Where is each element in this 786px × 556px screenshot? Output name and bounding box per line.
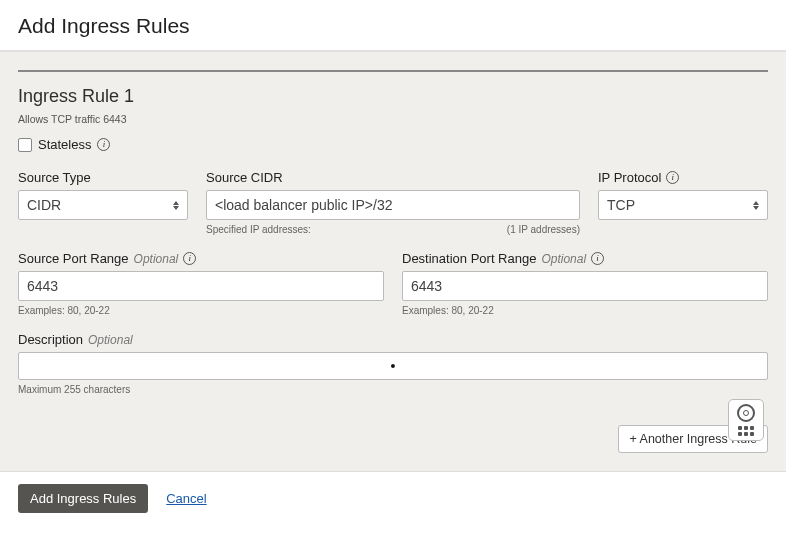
source-cidr-hint-right: (1 IP addresses) bbox=[507, 224, 580, 235]
source-cidr-value: <load balancer public IP>/32 bbox=[215, 197, 392, 213]
dialog-footer: Add Ingress Rules Cancel bbox=[0, 471, 786, 525]
description-hint: Maximum 255 characters bbox=[18, 384, 768, 395]
rule-title: Ingress Rule 1 bbox=[18, 86, 768, 107]
chevron-updown-icon bbox=[173, 201, 179, 210]
source-cidr-input[interactable]: <load balancer public IP>/32 bbox=[206, 190, 580, 220]
source-port-hint: Examples: 80, 20-22 bbox=[18, 305, 384, 316]
stateless-label: Stateless bbox=[38, 137, 91, 152]
cancel-link[interactable]: Cancel bbox=[166, 491, 206, 506]
ip-protocol-field: IP Protocol i TCP bbox=[598, 170, 768, 235]
dest-port-field: Destination Port Range Optional i 6443 E… bbox=[402, 251, 768, 316]
help-icon[interactable] bbox=[737, 404, 755, 422]
source-cidr-hint-left: Specified IP addresses: bbox=[206, 224, 311, 235]
source-type-field: Source Type CIDR bbox=[18, 170, 188, 235]
stateless-checkbox[interactable] bbox=[18, 138, 32, 152]
info-icon[interactable]: i bbox=[97, 138, 110, 151]
source-port-field: Source Port Range Optional i 6443 Exampl… bbox=[18, 251, 384, 316]
description-input[interactable] bbox=[18, 352, 768, 380]
info-icon[interactable]: i bbox=[666, 171, 679, 184]
stateless-row: Stateless i bbox=[18, 137, 768, 152]
dest-port-value: 6443 bbox=[411, 278, 442, 294]
ip-protocol-label: IP Protocol i bbox=[598, 170, 768, 185]
dest-port-input[interactable]: 6443 bbox=[402, 271, 768, 301]
chevron-updown-icon bbox=[753, 201, 759, 210]
info-icon[interactable]: i bbox=[183, 252, 196, 265]
help-floating-panel[interactable] bbox=[728, 399, 764, 441]
dialog-header: Add Ingress Rules bbox=[0, 0, 786, 52]
source-cidr-label: Source CIDR bbox=[206, 170, 580, 185]
source-type-label: Source Type bbox=[18, 170, 188, 185]
source-cidr-field: Source CIDR <load balancer public IP>/32… bbox=[206, 170, 580, 235]
dest-port-label: Destination Port Range Optional i bbox=[402, 251, 768, 266]
description-label: Description Optional bbox=[18, 332, 768, 347]
ingress-rule-panel: Ingress Rule 1 Allows TCP traffic 6443 S… bbox=[18, 70, 768, 453]
source-port-value: 6443 bbox=[27, 278, 58, 294]
dest-port-hint: Examples: 80, 20-22 bbox=[402, 305, 768, 316]
source-port-label: Source Port Range Optional i bbox=[18, 251, 384, 266]
ip-protocol-select[interactable]: TCP bbox=[598, 190, 768, 220]
rule-subtitle: Allows TCP traffic 6443 bbox=[18, 113, 768, 125]
content-area: Ingress Rule 1 Allows TCP traffic 6443 S… bbox=[0, 52, 786, 471]
source-type-value: CIDR bbox=[27, 197, 61, 213]
submit-button[interactable]: Add Ingress Rules bbox=[18, 484, 148, 513]
page-title: Add Ingress Rules bbox=[18, 14, 768, 38]
source-port-input[interactable]: 6443 bbox=[18, 271, 384, 301]
info-icon[interactable]: i bbox=[591, 252, 604, 265]
apps-grid-icon[interactable] bbox=[737, 426, 755, 436]
ip-protocol-value: TCP bbox=[607, 197, 635, 213]
description-field: Description Optional Maximum 255 charact… bbox=[18, 332, 768, 395]
source-type-select[interactable]: CIDR bbox=[18, 190, 188, 220]
